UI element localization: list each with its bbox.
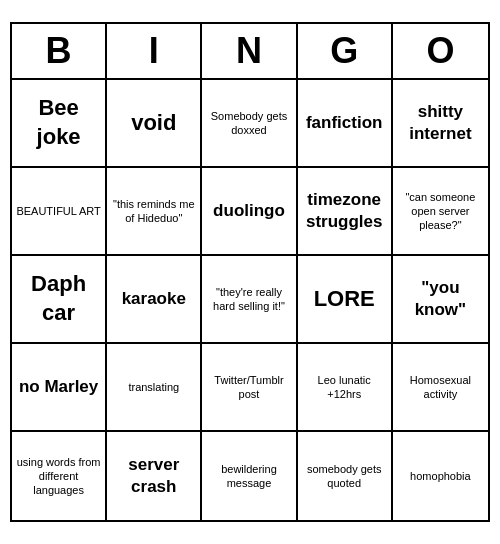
bingo-cell-24: homophobia bbox=[393, 432, 488, 520]
bingo-header: BINGO bbox=[12, 24, 488, 80]
bingo-cell-5: BEAUTIFUL ART bbox=[12, 168, 107, 256]
bingo-cell-13: LORE bbox=[298, 256, 393, 344]
bingo-cell-22: bewildering message bbox=[202, 432, 297, 520]
bingo-grid: Bee jokevoidSomebody gets doxxedfanficti… bbox=[12, 80, 488, 520]
header-letter-B: B bbox=[12, 24, 107, 78]
bingo-cell-23: somebody gets quoted bbox=[298, 432, 393, 520]
bingo-cell-18: Leo lunatic +12hrs bbox=[298, 344, 393, 432]
bingo-cell-2: Somebody gets doxxed bbox=[202, 80, 297, 168]
bingo-cell-12: "they're really hard selling it!" bbox=[202, 256, 297, 344]
header-letter-N: N bbox=[202, 24, 297, 78]
bingo-cell-8: timezone struggles bbox=[298, 168, 393, 256]
header-letter-G: G bbox=[298, 24, 393, 78]
header-letter-O: O bbox=[393, 24, 488, 78]
bingo-cell-17: Twitter/Tumblr post bbox=[202, 344, 297, 432]
bingo-card: BINGO Bee jokevoidSomebody gets doxxedfa… bbox=[10, 22, 490, 522]
bingo-cell-20: using words from different languages bbox=[12, 432, 107, 520]
bingo-cell-9: "can someone open server please?" bbox=[393, 168, 488, 256]
bingo-cell-3: fanfiction bbox=[298, 80, 393, 168]
bingo-cell-15: no Marley bbox=[12, 344, 107, 432]
bingo-cell-1: void bbox=[107, 80, 202, 168]
bingo-cell-0: Bee joke bbox=[12, 80, 107, 168]
bingo-cell-19: Homosexual activity bbox=[393, 344, 488, 432]
bingo-cell-16: translating bbox=[107, 344, 202, 432]
bingo-cell-11: karaoke bbox=[107, 256, 202, 344]
bingo-cell-14: "you know" bbox=[393, 256, 488, 344]
bingo-cell-21: server crash bbox=[107, 432, 202, 520]
header-letter-I: I bbox=[107, 24, 202, 78]
bingo-cell-4: shitty internet bbox=[393, 80, 488, 168]
bingo-cell-6: "this reminds me of Hideduo" bbox=[107, 168, 202, 256]
bingo-cell-10: Daph car bbox=[12, 256, 107, 344]
bingo-cell-7: duolingo bbox=[202, 168, 297, 256]
